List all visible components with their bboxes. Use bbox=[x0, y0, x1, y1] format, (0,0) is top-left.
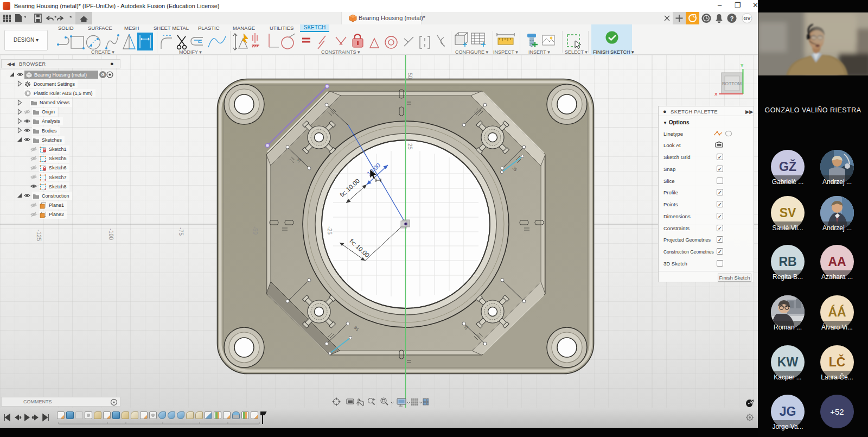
svg-text:-25: -25 bbox=[327, 226, 333, 235]
svg-text:BOTTOM: BOTTOM bbox=[722, 81, 742, 86]
svg-text:-100: -100 bbox=[108, 229, 114, 240]
svg-text:?: ? bbox=[730, 15, 734, 22]
svg-text:-125: -125 bbox=[36, 230, 42, 241]
svg-text:Y: Y bbox=[741, 63, 744, 68]
svg-text:X: X bbox=[714, 92, 718, 97]
svg-text:-50: -50 bbox=[252, 226, 259, 235]
svg-text:-75: -75 bbox=[178, 227, 184, 236]
svg-text:25: 25 bbox=[407, 143, 413, 150]
svg-text:GV: GV bbox=[743, 16, 750, 21]
svg-text:50: 50 bbox=[407, 73, 413, 79]
